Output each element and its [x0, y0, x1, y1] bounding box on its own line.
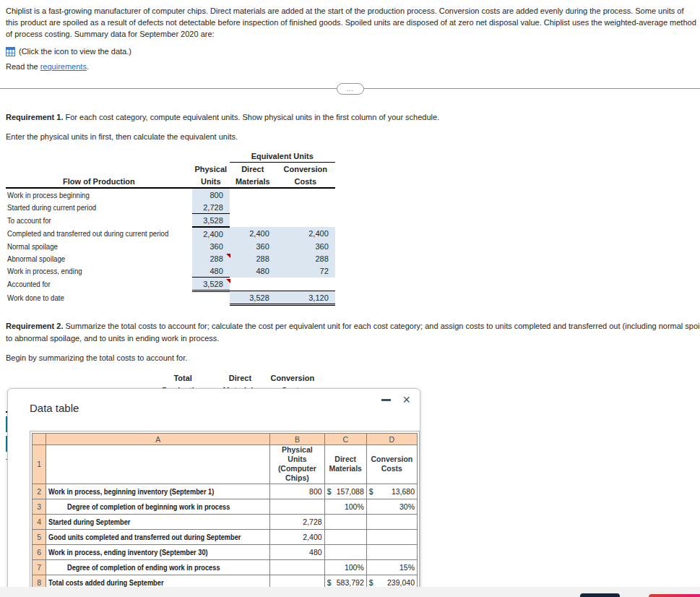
cell-physical-units: [270, 559, 324, 575]
physical-units-value: [192, 291, 230, 305]
physical-units-header: Units: [192, 175, 230, 188]
direct-materials-value[interactable]: 2,400: [230, 227, 276, 240]
row-label: Abnormal spoilage: [6, 252, 192, 265]
direct-materials-header: DirectMaterials: [324, 445, 366, 484]
cell-direct-materials: [324, 544, 366, 559]
cell-conversion-costs: [366, 514, 417, 529]
read-suffix: .: [87, 62, 89, 71]
row-label: Good units completed and transferred out…: [46, 529, 270, 544]
conversion-costs-header: Costs: [276, 175, 335, 188]
equivalent-units-schedule: Equivalent Units Physical Direct Convers…: [6, 150, 335, 306]
direct-materials-value: [230, 201, 276, 214]
row-label: Started during September: [46, 514, 270, 529]
minimize-icon[interactable]: [381, 399, 391, 401]
physical-units-value[interactable]: 360: [192, 240, 230, 252]
schedule-row: Abnormal spoilage 288 288 288: [6, 252, 335, 265]
problem-statement: Chiplist is a fast-growing manufacturer …: [6, 6, 696, 40]
requirements-link[interactable]: requirements: [40, 62, 87, 71]
cell-direct-materials: [324, 529, 366, 544]
column-letter: D: [366, 434, 417, 445]
equivalent-units-group-header: Equivalent Units: [230, 150, 335, 163]
cell-direct-materials: $157,088: [324, 484, 366, 499]
schedule-row: Normal spoilage 360 360 360: [6, 240, 335, 252]
schedule-row: To account for 3,528: [6, 214, 335, 228]
header-spacer: [6, 163, 192, 176]
requirement1-instruction: Enter the physical units in first, then …: [6, 132, 700, 141]
row-label: Work done to date: [6, 291, 192, 305]
schedule-row: Work in process, ending 480 480 72: [6, 265, 335, 278]
schedule-row: Started during current period 2,728: [6, 201, 335, 214]
column-letters-row: A B C D: [33, 434, 418, 445]
row-number: 2: [33, 484, 46, 499]
cell-physical-units: 2,400: [270, 529, 324, 544]
row-label: Degree of completion of beginning work i…: [46, 499, 270, 514]
physical-units-value[interactable]: 2,400: [192, 227, 230, 240]
row-label: Work in process, ending: [6, 265, 192, 278]
problem-page: Chiplist is a fast-growing manufacturer …: [0, 0, 700, 597]
direct-materials-value[interactable]: 480: [230, 265, 276, 278]
physical-units-value[interactable]: 3,528: [192, 278, 230, 291]
physical-units-value[interactable]: 800: [192, 188, 230, 201]
data-table-grid: A B C D 1 Physical Units(Computer Chips)…: [32, 433, 418, 597]
header-spacer: [46, 445, 270, 484]
table-row: 4 Started during September 2,728: [33, 514, 418, 529]
corner-cell: [33, 434, 46, 445]
direct-materials-value[interactable]: 360: [230, 240, 276, 252]
close-icon[interactable]: ×: [402, 392, 410, 408]
direct-materials-value[interactable]: 288: [230, 252, 276, 265]
physical-units-value[interactable]: 288: [192, 252, 230, 265]
table-row: 3 Degree of completion of beginning work…: [33, 499, 418, 514]
row-label: Degree of completion of ending work in p…: [46, 559, 270, 575]
row-label: Started during current period: [6, 201, 192, 214]
row-label: Completed and transferred out during cur…: [6, 227, 192, 240]
direct-materials-value: [230, 214, 276, 228]
direct-materials-value[interactable]: 3,528: [230, 291, 276, 305]
conversion-costs-value: [276, 214, 335, 228]
cell-physical-units: [270, 499, 324, 514]
row-number: 6: [33, 544, 46, 559]
cell-direct-materials: [324, 514, 366, 529]
row-number: 1: [33, 445, 46, 484]
conversion-costs-value[interactable]: 72: [276, 265, 335, 278]
physical-units-value[interactable]: 3,528: [192, 214, 230, 228]
conversion-costs-value: [276, 201, 335, 214]
dark-action-button-partial[interactable]: [580, 593, 620, 597]
conversion-costs-value[interactable]: 2,400: [276, 227, 335, 240]
cell-direct-materials: 100%: [324, 559, 366, 575]
conversion-costs-value: [276, 188, 335, 201]
requirement2-heading: Requirement 2.: [6, 322, 63, 330]
data-table-dialog: Data table × A B C D 1 Physical Units(Co…: [7, 388, 420, 596]
cell-physical-units: 800: [270, 484, 324, 499]
row-number: 4: [33, 514, 46, 529]
schedule-row: Accounted for 3,528: [6, 278, 335, 291]
data-table-outline: A B C D 1 Physical Units(Computer Chips)…: [30, 431, 420, 597]
red-action-button-partial[interactable]: [649, 594, 700, 597]
table-row: 6 Work in process, ending inventory (Sep…: [33, 544, 418, 559]
table-header-row: 1 Physical Units(Computer Chips) DirectM…: [33, 445, 418, 484]
row-label: Accounted for: [6, 278, 192, 291]
direct-materials-value: [230, 278, 276, 291]
conversion-costs-header: Conversion: [276, 163, 335, 176]
row-label: To account for: [6, 214, 192, 228]
data-table-icon[interactable]: [6, 47, 15, 56]
requirement1-description: For each cost category, compute equivale…: [63, 113, 439, 121]
cell-conversion-costs: 15%: [366, 559, 417, 575]
physical-units-header: Physical: [192, 163, 230, 176]
physical-units-value[interactable]: 2,728: [192, 201, 230, 214]
cell-physical-units: 2,728: [270, 514, 324, 529]
conversion-costs-value[interactable]: 3,120: [276, 291, 335, 305]
row-label: Normal spoilage: [6, 240, 192, 252]
cell-physical-units: 480: [270, 544, 324, 559]
cell-conversion-costs: 30%: [366, 499, 417, 514]
schedule-row: Work done to date 3,528 3,120: [6, 291, 335, 305]
conversion-costs-value[interactable]: 288: [276, 252, 335, 265]
section-divider: ...: [0, 82, 700, 94]
table-row: 7 Degree of completion of ending work in…: [33, 559, 418, 575]
data-icon-caption: (Click the icon to view the data.): [19, 47, 131, 56]
physical-units-value[interactable]: 480: [192, 265, 230, 278]
conversion-costs-value[interactable]: 360: [276, 240, 335, 252]
divider-more-button[interactable]: ...: [337, 83, 364, 95]
row-number: 7: [33, 559, 46, 575]
row-label: Work in process, beginning inventory (Se…: [46, 484, 270, 499]
column-letter: C: [324, 434, 366, 445]
